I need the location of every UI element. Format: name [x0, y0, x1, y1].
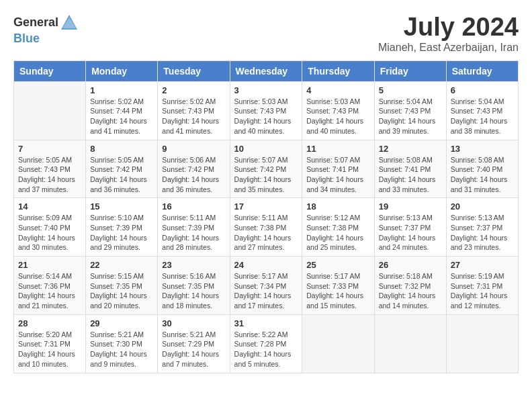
logo: General Blue: [13, 13, 79, 46]
day-cell: [302, 314, 374, 373]
day-number: 2: [162, 85, 225, 95]
header-cell-tuesday: Tuesday: [158, 60, 230, 81]
header-cell-saturday: Saturday: [446, 60, 518, 81]
header-cell-thursday: Thursday: [302, 60, 374, 81]
day-cell: 18Sunrise: 5:12 AM Sunset: 7:38 PM Dayli…: [302, 198, 374, 257]
day-number: 7: [18, 144, 81, 154]
day-number: 3: [234, 85, 298, 95]
logo-general: General: [13, 16, 58, 30]
day-cell: 12Sunrise: 5:08 AM Sunset: 7:41 PM Dayli…: [374, 140, 446, 198]
day-number: 31: [234, 318, 298, 328]
day-info: Sunrise: 5:11 AM Sunset: 7:38 PM Dayligh…: [234, 213, 298, 253]
day-info: Sunrise: 5:02 AM Sunset: 7:44 PM Dayligh…: [90, 97, 153, 136]
day-info: Sunrise: 5:08 AM Sunset: 7:41 PM Dayligh…: [379, 155, 442, 195]
day-info: Sunrise: 5:15 AM Sunset: 7:35 PM Dayligh…: [90, 271, 153, 311]
day-cell: 7Sunrise: 5:05 AM Sunset: 7:43 PM Daylig…: [14, 140, 86, 198]
day-cell: 1Sunrise: 5:02 AM Sunset: 7:44 PM Daylig…: [86, 81, 158, 140]
header-cell-friday: Friday: [374, 60, 446, 81]
day-cell: 2Sunrise: 5:02 AM Sunset: 7:43 PM Daylig…: [158, 81, 230, 140]
day-number: 20: [451, 201, 514, 212]
day-number: 19: [379, 201, 442, 212]
logo-icon: [60, 13, 79, 32]
day-info: Sunrise: 5:22 AM Sunset: 7:28 PM Dayligh…: [234, 330, 298, 369]
day-cell: 3Sunrise: 5:03 AM Sunset: 7:43 PM Daylig…: [230, 81, 302, 140]
week-row-1: 1Sunrise: 5:02 AM Sunset: 7:44 PM Daylig…: [14, 81, 519, 140]
day-info: Sunrise: 5:09 AM Sunset: 7:40 PM Dayligh…: [18, 213, 81, 253]
day-cell: 31Sunrise: 5:22 AM Sunset: 7:28 PM Dayli…: [230, 314, 302, 373]
day-cell: 20Sunrise: 5:13 AM Sunset: 7:37 PM Dayli…: [446, 198, 518, 257]
header: General Blue July 2024 Mianeh, East Azer…: [13, 13, 519, 54]
day-info: Sunrise: 5:06 AM Sunset: 7:42 PM Dayligh…: [162, 155, 225, 195]
header-row: SundayMondayTuesdayWednesdayThursdayFrid…: [14, 60, 519, 81]
day-cell: 19Sunrise: 5:13 AM Sunset: 7:37 PM Dayli…: [374, 198, 446, 257]
day-number: 27: [451, 260, 514, 270]
day-cell: 15Sunrise: 5:10 AM Sunset: 7:39 PM Dayli…: [86, 198, 158, 257]
day-info: Sunrise: 5:12 AM Sunset: 7:38 PM Dayligh…: [306, 213, 369, 253]
week-row-5: 28Sunrise: 5:20 AM Sunset: 7:31 PM Dayli…: [14, 314, 519, 373]
day-number: 24: [234, 260, 298, 270]
day-number: 16: [162, 201, 225, 212]
day-info: Sunrise: 5:16 AM Sunset: 7:35 PM Dayligh…: [162, 271, 225, 311]
day-info: Sunrise: 5:13 AM Sunset: 7:37 PM Dayligh…: [379, 213, 442, 253]
day-cell: 24Sunrise: 5:17 AM Sunset: 7:34 PM Dayli…: [230, 257, 302, 315]
day-number: 25: [306, 260, 369, 270]
day-number: 22: [90, 260, 153, 270]
day-info: Sunrise: 5:13 AM Sunset: 7:37 PM Dayligh…: [451, 213, 514, 253]
week-row-3: 14Sunrise: 5:09 AM Sunset: 7:40 PM Dayli…: [14, 198, 519, 257]
day-cell: 4Sunrise: 5:03 AM Sunset: 7:43 PM Daylig…: [302, 81, 374, 140]
day-cell: 22Sunrise: 5:15 AM Sunset: 7:35 PM Dayli…: [86, 257, 158, 315]
day-cell: 10Sunrise: 5:07 AM Sunset: 7:42 PM Dayli…: [230, 140, 302, 198]
day-cell: 26Sunrise: 5:18 AM Sunset: 7:32 PM Dayli…: [374, 257, 446, 315]
day-number: 9: [162, 144, 225, 154]
header-cell-wednesday: Wednesday: [230, 60, 302, 81]
day-info: Sunrise: 5:07 AM Sunset: 7:42 PM Dayligh…: [234, 155, 298, 195]
day-number: 10: [234, 144, 298, 154]
day-info: Sunrise: 5:11 AM Sunset: 7:39 PM Dayligh…: [162, 213, 225, 253]
day-cell: 6Sunrise: 5:04 AM Sunset: 7:43 PM Daylig…: [446, 81, 518, 140]
day-info: Sunrise: 5:20 AM Sunset: 7:31 PM Dayligh…: [18, 330, 81, 369]
day-number: 29: [90, 318, 153, 328]
day-cell: 29Sunrise: 5:21 AM Sunset: 7:30 PM Dayli…: [86, 314, 158, 373]
day-number: 26: [379, 260, 442, 270]
day-cell: 25Sunrise: 5:17 AM Sunset: 7:33 PM Dayli…: [302, 257, 374, 315]
day-cell: [14, 81, 86, 140]
day-cell: 28Sunrise: 5:20 AM Sunset: 7:31 PM Dayli…: [14, 314, 86, 373]
day-number: 13: [451, 144, 514, 154]
day-number: 30: [162, 318, 225, 328]
day-cell: 14Sunrise: 5:09 AM Sunset: 7:40 PM Dayli…: [14, 198, 86, 257]
day-number: 12: [379, 144, 442, 154]
day-cell: 13Sunrise: 5:08 AM Sunset: 7:40 PM Dayli…: [446, 140, 518, 198]
day-number: 28: [18, 318, 81, 328]
day-cell: 9Sunrise: 5:06 AM Sunset: 7:42 PM Daylig…: [158, 140, 230, 198]
day-cell: 30Sunrise: 5:21 AM Sunset: 7:29 PM Dayli…: [158, 314, 230, 373]
svg-marker-1: [62, 17, 76, 28]
day-number: 23: [162, 260, 225, 270]
calendar-table: SundayMondayTuesdayWednesdayThursdayFrid…: [13, 60, 519, 373]
day-number: 17: [234, 201, 298, 212]
title-area: July 2024 Mianeh, East Azerbaijan, Iran: [378, 13, 519, 54]
day-cell: [446, 314, 518, 373]
day-info: Sunrise: 5:18 AM Sunset: 7:32 PM Dayligh…: [379, 271, 442, 311]
day-info: Sunrise: 5:08 AM Sunset: 7:40 PM Dayligh…: [451, 155, 514, 195]
day-cell: 17Sunrise: 5:11 AM Sunset: 7:38 PM Dayli…: [230, 198, 302, 257]
day-cell: 27Sunrise: 5:19 AM Sunset: 7:31 PM Dayli…: [446, 257, 518, 315]
week-row-2: 7Sunrise: 5:05 AM Sunset: 7:43 PM Daylig…: [14, 140, 519, 198]
day-number: 4: [306, 85, 369, 95]
day-info: Sunrise: 5:19 AM Sunset: 7:31 PM Dayligh…: [451, 271, 514, 311]
day-number: 6: [451, 85, 514, 95]
day-info: Sunrise: 5:17 AM Sunset: 7:33 PM Dayligh…: [306, 271, 369, 311]
day-info: Sunrise: 5:21 AM Sunset: 7:30 PM Dayligh…: [90, 330, 153, 369]
day-cell: 8Sunrise: 5:05 AM Sunset: 7:42 PM Daylig…: [86, 140, 158, 198]
day-info: Sunrise: 5:03 AM Sunset: 7:43 PM Dayligh…: [234, 97, 298, 136]
day-cell: 21Sunrise: 5:14 AM Sunset: 7:36 PM Dayli…: [14, 257, 86, 315]
day-cell: 16Sunrise: 5:11 AM Sunset: 7:39 PM Dayli…: [158, 198, 230, 257]
day-info: Sunrise: 5:05 AM Sunset: 7:43 PM Dayligh…: [18, 155, 81, 195]
week-row-4: 21Sunrise: 5:14 AM Sunset: 7:36 PM Dayli…: [14, 257, 519, 315]
day-info: Sunrise: 5:04 AM Sunset: 7:43 PM Dayligh…: [379, 97, 442, 136]
day-cell: [374, 314, 446, 373]
day-cell: 11Sunrise: 5:07 AM Sunset: 7:41 PM Dayli…: [302, 140, 374, 198]
day-cell: 5Sunrise: 5:04 AM Sunset: 7:43 PM Daylig…: [374, 81, 446, 140]
day-info: Sunrise: 5:07 AM Sunset: 7:41 PM Dayligh…: [306, 155, 369, 195]
day-cell: 23Sunrise: 5:16 AM Sunset: 7:35 PM Dayli…: [158, 257, 230, 315]
day-number: 11: [306, 144, 369, 154]
